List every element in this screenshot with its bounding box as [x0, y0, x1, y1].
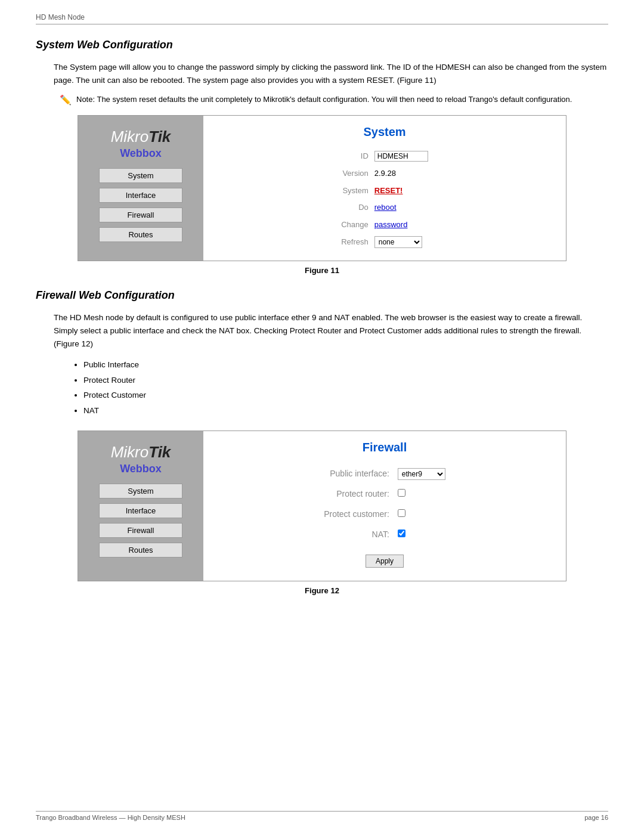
nat-checkbox[interactable]	[398, 529, 405, 537]
mikrotik-logo-2: MikroTik Webbox	[111, 443, 171, 475]
note-text: Note: The system reset defaults the unit…	[76, 94, 572, 106]
apply-button[interactable]: Apply	[366, 555, 404, 568]
system-label: System	[339, 183, 371, 199]
footer-left: Trango Broadband Wireless — High Density…	[36, 814, 185, 821]
sidebar-nav-interface-2[interactable]: Interface	[99, 503, 182, 518]
sidebar-nav-system-1[interactable]: System	[99, 168, 182, 183]
version-label: Version	[339, 166, 371, 182]
section2-title: Firewall Web Configuration	[36, 289, 608, 302]
figure12-container: MikroTik Webbox System Interface Firewal…	[78, 431, 566, 581]
bullet-item-4: NAT	[83, 403, 608, 419]
sidebar-nav-firewall-2[interactable]: Firewall	[99, 523, 182, 538]
figure12-caption: Figure 12	[36, 586, 608, 595]
do-label: Do	[339, 200, 371, 216]
figure12-content: Firewall Public interface: ether9 Protec…	[203, 431, 566, 581]
bullet-item-1: Public Interface	[83, 357, 608, 373]
logo-mikro-2: Mikro	[111, 443, 149, 461]
bullet-list: Public Interface Protect Router Protect …	[83, 357, 608, 419]
figure11-title: System	[218, 125, 552, 139]
sidebar-nav-routes-2[interactable]: Routes	[99, 543, 182, 558]
figure12-title: Firewall	[218, 441, 552, 454]
public-interface-label: Public interface:	[320, 464, 393, 483]
logo-webbox: Webbox	[111, 147, 171, 160]
id-input[interactable]	[374, 151, 428, 162]
figure11-container: MikroTik Webbox System Interface Firewal…	[78, 115, 566, 261]
refresh-select[interactable]: none	[374, 236, 422, 248]
do-reboot-link[interactable]: reboot	[374, 203, 397, 212]
id-label: ID	[339, 148, 371, 165]
system-table: ID Version 2.9.28 System RESET! Do reboo…	[338, 147, 432, 251]
footer-right: page 16	[584, 814, 608, 821]
firewall-table: Public interface: ether9 Protect router:…	[319, 463, 450, 571]
header-bar: HD Mesh Node	[36, 12, 608, 24]
sidebar-nav-firewall-1[interactable]: Firewall	[99, 208, 182, 222]
figure11-sidebar: MikroTik Webbox System Interface Firewal…	[78, 116, 203, 261]
protect-router-checkbox[interactable]	[398, 489, 405, 497]
change-password-link[interactable]: password	[374, 220, 408, 229]
figure11-caption: Figure 11	[36, 266, 608, 275]
logo-webbox-2: Webbox	[111, 463, 171, 475]
bullet-item-2: Protect Router	[83, 373, 608, 388]
nat-label: NAT:	[320, 525, 393, 544]
version-value: 2.9.28	[372, 166, 431, 182]
section1-body: The System page will allow you to change…	[54, 61, 608, 86]
protect-router-label: Protect router:	[320, 484, 393, 503]
refresh-label: Refresh	[339, 234, 371, 250]
sidebar-nav-routes-1[interactable]: Routes	[99, 227, 182, 242]
note-icon: ✏️	[60, 94, 72, 106]
section1-title: System Web Configuration	[36, 39, 608, 51]
note-row: ✏️ Note: The system reset defaults the u…	[60, 94, 608, 106]
logo-tik: Tik	[148, 128, 171, 145]
system-reset-link[interactable]: RESET!	[374, 186, 403, 195]
header-label: HD Mesh Node	[36, 13, 85, 21]
sidebar-nav-system-2[interactable]: System	[99, 484, 182, 498]
protect-customer-label: Protect customer:	[320, 504, 393, 524]
footer-bar: Trango Broadband Wireless — High Density…	[36, 811, 608, 821]
figure11-content: System ID Version 2.9.28 System RESET! D…	[203, 116, 566, 261]
section2-body: The HD Mesh node by default is configure…	[54, 311, 608, 350]
public-interface-select[interactable]: ether9	[398, 468, 445, 480]
logo-mikro: Mikro	[111, 128, 149, 145]
mikrotik-logo: MikroTik Webbox	[111, 128, 171, 160]
logo-tik-2: Tik	[148, 443, 171, 461]
sidebar-nav-interface-1[interactable]: Interface	[99, 188, 182, 203]
change-label: Change	[339, 217, 371, 233]
figure12-sidebar: MikroTik Webbox System Interface Firewal…	[78, 431, 203, 581]
protect-customer-checkbox[interactable]	[398, 509, 405, 517]
bullet-item-3: Protect Customer	[83, 388, 608, 403]
